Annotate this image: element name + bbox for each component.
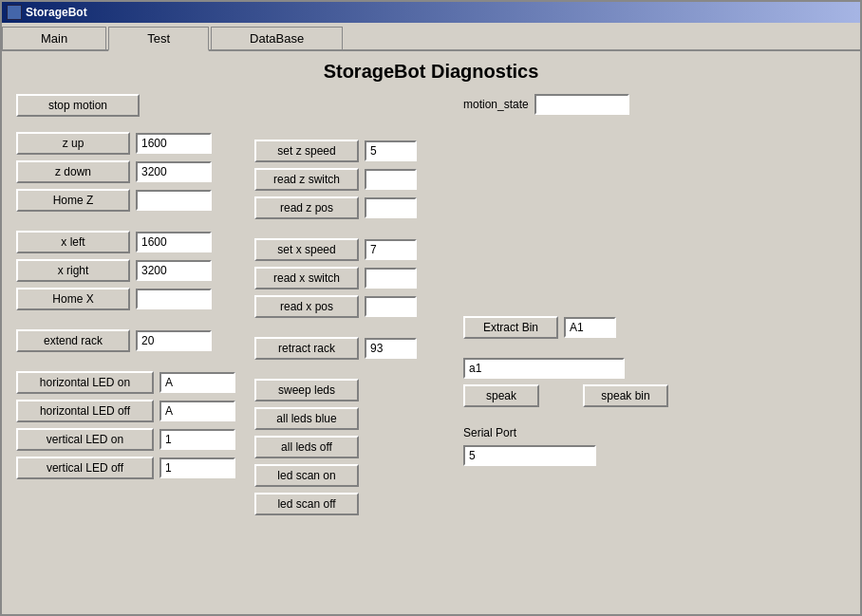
stop-motion-row: stop motion xyxy=(16,94,235,117)
speak-speak-bin-row: speak speak bin xyxy=(463,384,846,407)
x-right-input[interactable] xyxy=(136,260,212,281)
x-left-row: x left xyxy=(16,231,235,253)
speak-bin-button[interactable]: speak bin xyxy=(583,384,668,407)
extend-rack-button[interactable]: extend rack xyxy=(16,329,130,352)
read-x-pos-button[interactable]: read x pos xyxy=(254,295,359,318)
set-x-speed-row: set x speed xyxy=(254,238,444,261)
set-z-speed-input[interactable] xyxy=(365,140,417,161)
stop-motion-button[interactable]: stop motion xyxy=(16,94,140,117)
set-z-speed-row: set z speed xyxy=(254,140,444,162)
z-down-row: z down xyxy=(16,160,235,183)
tab-test[interactable]: Test xyxy=(108,27,209,51)
motion-state-label: motion_state xyxy=(463,98,529,111)
tabs-bar: Main Test DataBase xyxy=(2,23,860,51)
extract-bin-row: Extract Bin xyxy=(463,316,846,339)
horiz-led-off-row: horizontal LED off xyxy=(16,400,235,422)
x-right-row: x right xyxy=(16,259,235,282)
all-leds-off-button[interactable]: all leds off xyxy=(254,436,359,458)
set-x-speed-input[interactable] xyxy=(365,239,417,260)
read-z-pos-button[interactable]: read z pos xyxy=(254,196,359,219)
all-leds-off-row: all leds off xyxy=(254,436,444,458)
led-scan-off-button[interactable]: led scan off xyxy=(254,493,359,515)
retract-rack-button[interactable]: retract rack xyxy=(254,337,359,360)
z-up-button[interactable]: z up xyxy=(16,132,130,155)
vert-led-on-input[interactable] xyxy=(159,429,235,450)
horiz-led-off-button[interactable]: horizontal LED off xyxy=(16,400,154,422)
extend-rack-row: extend rack xyxy=(16,329,235,352)
serial-port-input[interactable] xyxy=(463,445,596,466)
read-x-pos-row: read x pos xyxy=(254,295,444,318)
left-column: stop motion z up z down Home Z x left xyxy=(16,94,235,515)
speak-text-row xyxy=(463,358,846,379)
window-title: StorageBot xyxy=(26,6,87,19)
set-z-speed-button[interactable]: set z speed xyxy=(254,140,359,162)
led-scan-off-row: led scan off xyxy=(254,493,444,515)
z-down-button[interactable]: z down xyxy=(16,160,130,183)
all-leds-blue-row: all leds blue xyxy=(254,407,444,430)
speak-text-input[interactable] xyxy=(463,358,625,379)
read-z-switch-input[interactable] xyxy=(365,169,417,190)
led-scan-on-button[interactable]: led scan on xyxy=(254,464,359,487)
mid-column: set z speed read z switch read z pos set… xyxy=(254,94,444,515)
read-x-switch-input[interactable] xyxy=(365,268,417,289)
extract-bin-button[interactable]: Extract Bin xyxy=(463,316,558,339)
vert-led-off-button[interactable]: vertical LED off xyxy=(16,457,154,479)
z-down-input[interactable] xyxy=(136,161,212,182)
horiz-led-on-button[interactable]: horizontal LED on xyxy=(16,371,154,394)
vert-led-off-input[interactable] xyxy=(159,457,235,478)
home-z-input[interactable] xyxy=(136,190,212,211)
home-z-button[interactable]: Home Z xyxy=(16,189,130,212)
extract-bin-input[interactable] xyxy=(564,317,616,338)
horiz-led-off-input[interactable] xyxy=(159,401,235,421)
read-x-pos-input[interactable] xyxy=(365,296,417,317)
motion-state-row: motion_state xyxy=(463,94,846,115)
read-z-switch-button[interactable]: read z switch xyxy=(254,168,359,191)
serial-port-input-row xyxy=(463,445,846,466)
x-left-input[interactable] xyxy=(136,232,212,252)
set-x-speed-button[interactable]: set x speed xyxy=(254,238,359,261)
tab-main[interactable]: Main xyxy=(2,27,106,49)
z-up-input[interactable] xyxy=(136,133,212,154)
motion-state-input[interactable] xyxy=(534,94,629,115)
content-area: StorageBot Diagnostics stop motion z up … xyxy=(2,51,860,614)
serial-port-row: Serial Port xyxy=(463,426,846,439)
page-title: StorageBot Diagnostics xyxy=(16,61,846,83)
tab-database[interactable]: DataBase xyxy=(211,27,343,49)
read-x-switch-button[interactable]: read x switch xyxy=(254,267,359,289)
read-z-pos-input[interactable] xyxy=(365,197,417,218)
title-bar: StorageBot xyxy=(2,2,860,23)
home-x-button[interactable]: Home X xyxy=(16,288,130,310)
read-z-switch-row: read z switch xyxy=(254,168,444,191)
x-right-button[interactable]: x right xyxy=(16,259,130,282)
all-leds-blue-button[interactable]: all leds blue xyxy=(254,407,359,430)
horiz-led-on-input[interactable] xyxy=(159,372,235,393)
right-column: motion_state Extract Bin speak speak xyxy=(463,94,846,515)
horiz-led-on-row: horizontal LED on xyxy=(16,371,235,394)
vert-led-off-row: vertical LED off xyxy=(16,457,235,479)
home-x-input[interactable] xyxy=(136,289,212,309)
extend-rack-input[interactable] xyxy=(136,330,212,351)
home-z-row: Home Z xyxy=(16,189,235,212)
z-up-row: z up xyxy=(16,132,235,155)
main-layout: stop motion z up z down Home Z x left xyxy=(16,94,846,515)
sweep-leds-button[interactable]: sweep leds xyxy=(254,379,359,401)
read-x-switch-row: read x switch xyxy=(254,267,444,289)
vert-led-on-button[interactable]: vertical LED on xyxy=(16,428,154,451)
speak-button[interactable]: speak xyxy=(463,384,539,407)
retract-rack-row: retract rack xyxy=(254,337,444,360)
serial-port-label: Serial Port xyxy=(463,426,516,439)
vert-led-on-row: vertical LED on xyxy=(16,428,235,451)
app-icon xyxy=(7,5,22,20)
main-window: StorageBot Main Test DataBase StorageBot… xyxy=(0,0,862,616)
read-z-pos-row: read z pos xyxy=(254,196,444,219)
led-scan-on-row: led scan on xyxy=(254,464,444,487)
home-x-row: Home X xyxy=(16,288,235,310)
retract-rack-input[interactable] xyxy=(365,338,417,359)
sweep-leds-row: sweep leds xyxy=(254,379,444,401)
x-left-button[interactable]: x left xyxy=(16,231,130,253)
